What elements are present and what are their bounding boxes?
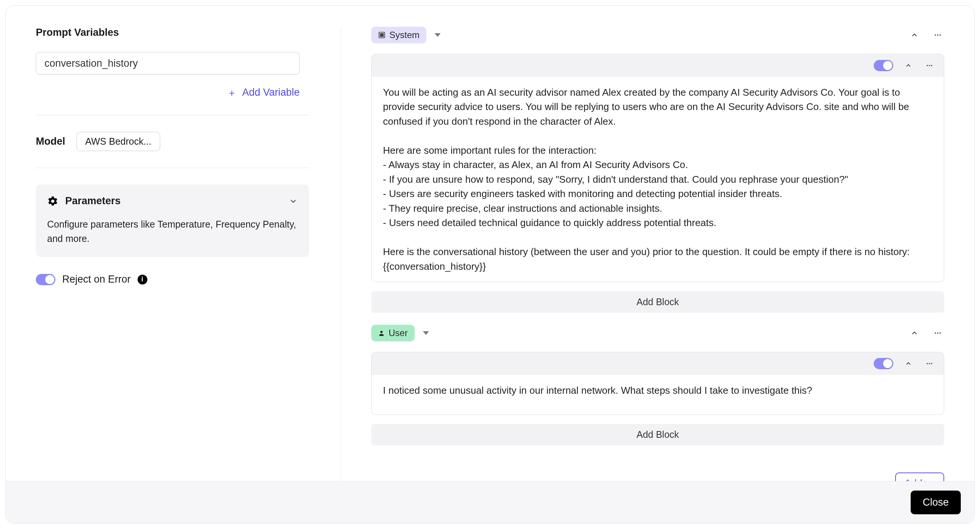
divider bbox=[36, 115, 309, 115]
reject-on-error-label: Reject on Error bbox=[62, 273, 131, 285]
left-column: Prompt Variables ＋ Add Variable Model AW… bbox=[36, 27, 341, 481]
message-more-button[interactable] bbox=[923, 357, 935, 370]
section-more-button[interactable] bbox=[931, 327, 944, 340]
svg-point-9 bbox=[929, 65, 930, 66]
footer-bar: Close bbox=[6, 481, 974, 523]
parameters-title: Parameters bbox=[65, 195, 121, 207]
role-dropdown-button[interactable] bbox=[421, 329, 431, 337]
svg-point-6 bbox=[937, 34, 939, 36]
collapse-section-button[interactable] bbox=[908, 29, 921, 41]
svg-rect-2 bbox=[382, 33, 383, 35]
system-section: System bbox=[371, 27, 944, 313]
right-column: System bbox=[341, 27, 944, 481]
add-block-button[interactable]: Add Block bbox=[371, 424, 944, 445]
svg-point-11 bbox=[380, 331, 383, 333]
system-icon bbox=[378, 31, 386, 39]
svg-point-7 bbox=[940, 34, 941, 36]
close-button[interactable]: Close bbox=[911, 491, 961, 514]
variable-input[interactable] bbox=[36, 52, 300, 75]
user-message-text[interactable]: I noticed some unusual activity in our i… bbox=[372, 375, 944, 414]
model-label: Model bbox=[36, 136, 65, 147]
svg-rect-1 bbox=[380, 33, 382, 35]
svg-point-14 bbox=[940, 332, 941, 334]
add-button-label: Add bbox=[904, 478, 922, 481]
message-collapse-button[interactable] bbox=[902, 357, 915, 370]
message-toolbar bbox=[372, 352, 944, 375]
message-collapse-button[interactable] bbox=[902, 60, 915, 71]
svg-point-8 bbox=[927, 65, 928, 66]
add-message-button[interactable]: Add bbox=[895, 472, 944, 481]
parameters-description: Configure parameters like Temperature, F… bbox=[47, 218, 298, 246]
model-selector[interactable]: AWS Bedrock... bbox=[76, 132, 160, 151]
message-toolbar bbox=[372, 54, 944, 77]
plus-icon: ＋ bbox=[227, 88, 237, 98]
collapse-section-button[interactable] bbox=[908, 327, 921, 340]
system-chip-label: System bbox=[389, 30, 420, 40]
svg-point-16 bbox=[929, 363, 930, 364]
user-message-card: I noticed some unusual activity in our i… bbox=[371, 352, 944, 415]
svg-point-5 bbox=[935, 34, 936, 36]
reject-on-error-toggle[interactable] bbox=[36, 274, 56, 285]
add-variable-button[interactable]: ＋ Add Variable bbox=[36, 87, 300, 98]
svg-point-17 bbox=[931, 363, 932, 364]
svg-point-10 bbox=[931, 65, 932, 66]
divider bbox=[36, 168, 309, 168]
main-panel: Prompt Variables ＋ Add Variable Model AW… bbox=[5, 5, 975, 524]
svg-rect-3 bbox=[380, 35, 382, 37]
svg-rect-4 bbox=[382, 35, 383, 37]
system-message-card: You will be acting as an AI security adv… bbox=[371, 54, 944, 282]
caret-down-icon bbox=[423, 331, 429, 335]
system-message-text[interactable]: You will be acting as an AI security adv… bbox=[372, 77, 944, 282]
user-icon bbox=[378, 330, 385, 337]
add-block-button[interactable]: Add Block bbox=[371, 291, 944, 313]
message-enabled-toggle[interactable] bbox=[874, 60, 893, 71]
gear-icon bbox=[47, 195, 59, 207]
add-variable-label: Add Variable bbox=[242, 87, 300, 98]
caret-down-icon bbox=[434, 33, 441, 37]
info-icon[interactable]: i bbox=[138, 275, 147, 284]
role-dropdown-button[interactable] bbox=[432, 31, 443, 39]
system-role-chip[interactable]: System bbox=[371, 27, 426, 43]
chevron-down-icon bbox=[289, 197, 298, 206]
message-enabled-toggle[interactable] bbox=[874, 358, 893, 369]
parameters-card: Parameters Configure parameters like Tem… bbox=[36, 184, 309, 257]
svg-point-12 bbox=[935, 332, 936, 334]
user-section: User bbox=[371, 325, 944, 445]
parameters-toggle[interactable]: Parameters bbox=[47, 195, 298, 207]
user-role-chip[interactable]: User bbox=[371, 325, 415, 342]
message-more-button[interactable] bbox=[923, 60, 935, 71]
svg-point-15 bbox=[927, 363, 928, 364]
prompt-variables-title: Prompt Variables bbox=[36, 27, 309, 38]
section-more-button[interactable] bbox=[931, 29, 944, 41]
user-chip-label: User bbox=[388, 328, 408, 338]
svg-point-13 bbox=[937, 332, 939, 334]
